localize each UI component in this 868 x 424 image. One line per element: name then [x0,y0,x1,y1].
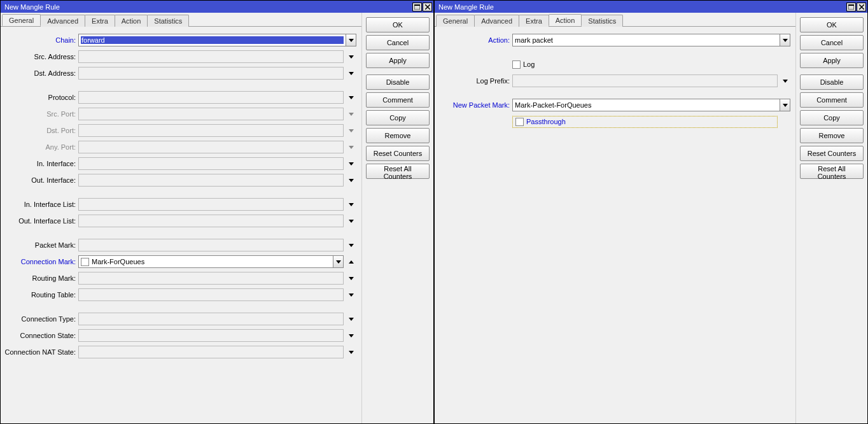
connection-type-expand-icon[interactable] [346,313,356,325]
ok-button[interactable]: OK [366,17,430,32]
copy-button[interactable]: Copy [366,110,430,125]
dst-address-expand-icon[interactable] [346,67,356,80]
close-icon[interactable] [857,3,866,11]
tab-action[interactable]: Action [549,14,582,26]
label-connection-state: Connection State: [1,332,78,339]
comment-button[interactable]: Comment [366,92,430,108]
form-action: Action: mark packet Log [435,27,795,423]
connection-mark-dropdown-icon[interactable] [333,255,344,268]
reset-counters-button[interactable]: Reset Counters [800,146,864,161]
tab-extra[interactable]: Extra [519,15,549,27]
label-routing-mark: Routing Mark: [1,274,78,282]
button-sidebar: OK Cancel Apply Disable Comment Copy Rem… [362,13,433,423]
log-label: Log [523,60,535,68]
disable-button[interactable]: Disable [800,74,864,90]
tab-general[interactable]: General [2,14,41,26]
out-interface-list-field[interactable] [78,215,344,227]
label-src-port: Src. Port: [1,110,78,118]
window-general: New Mangle Rule General Advanced Extra A… [0,0,434,424]
apply-button[interactable]: Apply [800,53,864,68]
maximize-icon[interactable] [412,3,422,11]
log-checkbox[interactable]: Log [512,60,535,69]
reset-all-counters-button[interactable]: Reset All Counters [366,164,430,179]
in-interface-list-field[interactable] [78,198,344,211]
label-in-interface-list: In. Interface List: [1,201,78,208]
connection-mark-field[interactable]: Mark-ForQueues [78,255,333,268]
action-field[interactable]: mark packet [512,34,780,46]
tab-advanced[interactable]: Advanced [40,15,85,27]
window-title: New Mangle Rule [438,3,846,11]
label-src-address: Src. Address: [1,53,78,60]
in-interface-expand-icon[interactable] [346,157,356,170]
in-interface-list-expand-icon[interactable] [346,198,356,211]
button-sidebar: OK Cancel Apply Disable Comment Copy Rem… [796,13,867,423]
label-routing-table: Routing Table: [1,291,78,299]
routing-table-field[interactable] [78,288,344,301]
window-action: New Mangle Rule General Advanced Extra A… [434,0,868,424]
src-address-expand-icon[interactable] [346,50,356,63]
dst-address-field[interactable] [78,67,344,80]
tab-general[interactable]: General [436,15,475,27]
log-prefix-field[interactable] [512,74,778,87]
action-dropdown-icon[interactable] [780,34,790,46]
tab-action[interactable]: Action [115,15,148,27]
remove-button[interactable]: Remove [366,128,430,143]
protocol-expand-icon[interactable] [346,91,356,104]
connection-nat-state-field[interactable] [78,346,344,358]
connection-mark-invert-checkbox[interactable] [81,258,89,266]
reset-all-counters-button[interactable]: Reset All Counters [800,164,864,179]
connection-state-expand-icon[interactable] [346,329,356,342]
in-interface-field[interactable] [78,157,344,170]
connection-state-field[interactable] [78,329,344,342]
connection-mark-collapse-icon[interactable] [346,255,356,268]
log-prefix-expand-icon[interactable] [780,74,790,87]
connection-type-field[interactable] [78,313,344,325]
maximize-icon[interactable] [846,3,856,11]
ok-button[interactable]: OK [800,17,864,32]
passthrough-checkbox[interactable]: Passthrough [512,116,778,128]
out-interface-expand-icon[interactable] [346,174,356,187]
label-out-interface-list: Out. Interface List: [1,217,78,225]
dst-port-field [78,124,344,137]
label-any-port: Any. Port: [1,143,78,151]
titlebar[interactable]: New Mangle Rule [435,1,867,13]
close-icon[interactable] [423,3,432,11]
connection-nat-state-expand-icon[interactable] [346,346,356,358]
label-log-prefix: Log Prefix: [435,77,512,85]
routing-mark-field[interactable] [78,272,344,285]
packet-mark-field[interactable] [78,239,344,251]
label-connection-type: Connection Type: [1,315,78,323]
titlebar[interactable]: New Mangle Rule [1,1,433,13]
src-address-field[interactable] [78,50,344,63]
tab-statistics[interactable]: Statistics [581,15,623,27]
cancel-button[interactable]: Cancel [800,35,864,50]
out-interface-field[interactable] [78,174,344,187]
tab-extra[interactable]: Extra [85,15,115,27]
protocol-field[interactable] [78,91,344,104]
dst-port-expand-icon [346,124,356,137]
label-chain: Chain: [1,36,78,44]
form-general: Chain: forward Src. Address: Dst. Addres… [1,27,361,423]
reset-counters-button[interactable]: Reset Counters [366,146,430,161]
label-new-packet-mark: New Packet Mark: [435,101,512,109]
chain-field[interactable]: forward [78,34,346,46]
chain-dropdown-icon[interactable] [346,34,356,46]
cancel-button[interactable]: Cancel [366,35,430,50]
tab-advanced[interactable]: Advanced [474,15,519,27]
out-interface-list-expand-icon[interactable] [346,215,356,227]
new-packet-mark-field[interactable]: Mark-Packet-ForQueues [512,99,780,111]
routing-table-expand-icon[interactable] [346,288,356,301]
disable-button[interactable]: Disable [366,74,430,90]
any-port-field [78,141,344,153]
apply-button[interactable]: Apply [366,53,430,68]
comment-button[interactable]: Comment [800,92,864,108]
label-in-interface: In. Interface: [1,160,78,167]
window-title: New Mangle Rule [4,3,412,11]
new-packet-mark-dropdown-icon[interactable] [780,99,790,111]
routing-mark-expand-icon[interactable] [346,272,356,285]
packet-mark-expand-icon[interactable] [346,239,356,251]
remove-button[interactable]: Remove [800,128,864,143]
label-packet-mark: Packet Mark: [1,241,78,249]
copy-button[interactable]: Copy [800,110,864,125]
tab-statistics[interactable]: Statistics [147,15,189,27]
